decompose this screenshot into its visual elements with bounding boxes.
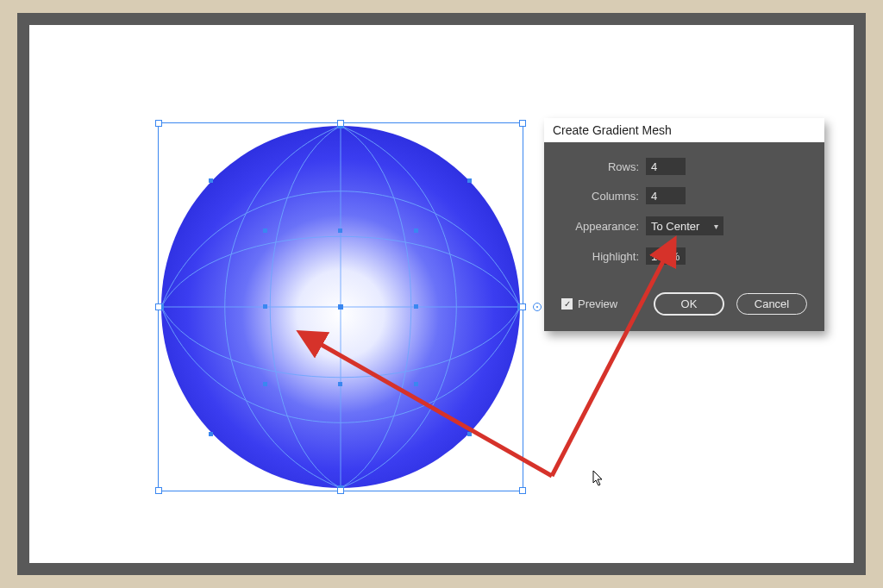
appearance-label: Appearance: [561,220,639,233]
preview-checkbox[interactable]: ✓ Preview [561,297,617,310]
create-gradient-mesh-dialog: Create Gradient Mesh Rows: Columns: Appe… [544,118,824,331]
ok-button[interactable]: OK [654,292,724,316]
origin-indicator[interactable] [533,303,542,311]
appearance-dropdown[interactable]: To Center ▾ [646,216,723,235]
columns-label: Columns: [561,190,639,203]
chevron-down-icon: ▾ [714,222,718,231]
resize-handle-mr[interactable] [519,303,526,310]
highlight-input[interactable] [646,247,686,265]
highlight-label: Highlight: [561,250,639,263]
resize-handle-tm[interactable] [337,120,344,127]
rows-input[interactable] [646,158,686,175]
resize-handle-br[interactable] [519,487,526,494]
resize-handle-bl[interactable] [155,487,162,494]
dialog-body: Rows: Columns: Appearance: To Center ▾ H… [544,142,824,292]
resize-handle-bm[interactable] [337,487,344,494]
preview-label: Preview [578,297,617,310]
resize-handle-tr[interactable] [519,120,526,127]
cursor-icon [592,470,604,487]
columns-input[interactable] [646,187,686,204]
selection-bounding-box[interactable] [158,122,523,491]
cancel-button[interactable]: Cancel [736,293,807,315]
appearance-value: To Center [651,220,699,233]
checkbox-icon: ✓ [561,298,573,310]
dialog-title: Create Gradient Mesh [544,118,824,142]
resize-handle-ml[interactable] [155,303,162,310]
resize-handle-tl[interactable] [155,120,162,127]
rows-label: Rows: [561,160,639,173]
canvas-area[interactable]: Create Gradient Mesh Rows: Columns: Appe… [29,25,854,563]
